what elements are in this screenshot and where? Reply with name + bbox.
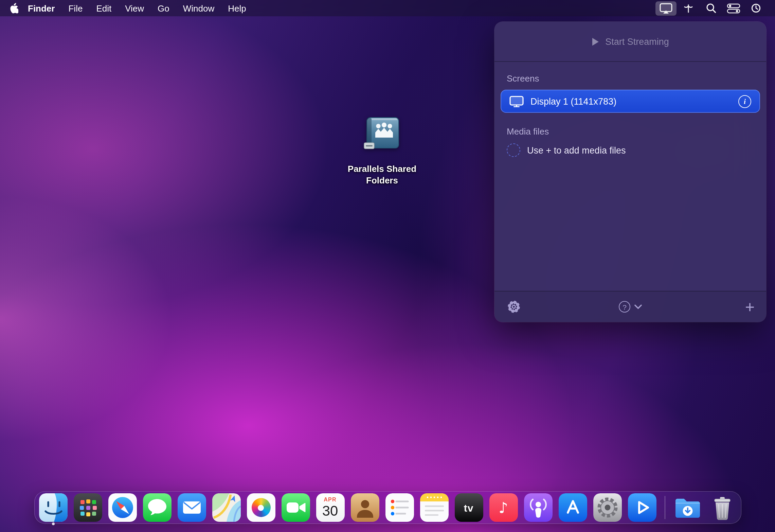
reminders-icon [385,493,414,522]
streaming-app-icon [628,493,656,522]
display-list-item[interactable]: Display 1 (1141x783) i [501,90,760,113]
shared-folders-icon [362,116,402,155]
trash-icon [708,493,736,522]
settings-button[interactable] [507,300,521,314]
dock-item-downloads[interactable] [673,493,702,522]
mail-icon [177,493,206,522]
podcasts-icon [524,493,552,522]
help-icon: ? [619,301,630,313]
app-store-icon [558,493,587,522]
dock-item-trash[interactable] [708,493,736,522]
play-icon [592,37,599,46]
dock-item-calendar[interactable]: APR 30 [316,493,344,522]
chevron-down-icon [634,304,642,309]
tv-label: tv [464,502,474,513]
apple-menu[interactable] [0,3,24,14]
safari-icon [108,493,137,522]
calendar-icon: APR 30 [316,493,344,522]
finder-icon [39,493,67,522]
dock-item-maps[interactable] [212,493,240,522]
streaming-popover: Start Streaming Screens Display 1 (1141x… [494,22,766,322]
messages-icon [143,493,171,522]
apple-tv-icon: tv [454,493,483,522]
menu-finder[interactable]: Finder [24,3,61,13]
calendar-day: 30 [322,502,338,518]
media-hint-row: Use + to add media files [507,143,760,157]
dock-item-finder[interactable] [39,493,67,522]
dock-item-safari[interactable] [108,493,137,522]
photos-icon [247,493,275,522]
popover-body: Screens Display 1 (1141x783) i Media fil… [494,62,766,291]
add-media-button[interactable]: + [745,299,755,315]
music-icon: ♪ [489,493,518,522]
menu-view[interactable]: View [118,3,151,13]
dock-item-mail[interactable] [177,493,206,522]
dock-item-system-preferences[interactable] [593,493,621,522]
dock: APR 30 [34,491,741,524]
control-center-icon[interactable] [722,1,744,16]
screens-section-label: Screens [507,73,760,84]
menu-edit[interactable]: Edit [89,3,118,13]
start-streaming-label: Start Streaming [605,36,669,47]
screen-mirroring-icon[interactable] [655,1,677,15]
info-button[interactable]: i [738,95,751,108]
spotlight-icon[interactable] [700,1,722,16]
dock-item-podcasts[interactable] [524,493,552,522]
clock-icon[interactable] [744,1,767,16]
dock-item-reminders[interactable] [385,493,414,522]
menu-bar-status-area [655,1,775,16]
dock-item-photos[interactable] [247,493,275,522]
music-note-glyph: ♪ [499,499,508,516]
desktop-item-parallels-shared-folders[interactable]: Parallels Shared Folders [344,116,420,186]
contacts-icon [350,493,379,522]
help-button[interactable]: ? [619,301,642,313]
gear-icon [507,300,521,314]
popover-footer: ? + [494,291,766,322]
launchpad-icon [73,493,102,522]
display-label: Display 1 (1141x783) [530,96,732,106]
photos-pinwheel [251,498,270,517]
dock-item-messages[interactable] [143,493,171,522]
media-hint-text: Use + to add media files [527,145,626,155]
menu-file[interactable]: File [61,3,89,13]
menu-window[interactable]: Window [176,3,221,13]
facetime-icon [281,493,310,522]
desktop-icon-label: Parallels Shared Folders [344,164,420,186]
running-indicator [52,522,54,525]
menu-help[interactable]: Help [221,3,253,13]
system-preferences-icon [593,493,621,522]
menubar-extra-icon[interactable] [677,1,700,16]
apple-logo-icon [10,3,18,14]
screen: Finder File Edit View Go Window Help [0,0,775,532]
dock-item-tv[interactable]: tv [454,493,483,522]
media-files-section-label: Media files [507,126,760,137]
dock-divider [664,496,665,519]
dock-item-streaming-app[interactable] [628,493,656,522]
notes-icon [420,493,448,522]
dock-item-facetime[interactable] [281,493,310,522]
dock-item-music[interactable]: ♪ [489,493,518,522]
dock-item-contacts[interactable] [350,493,379,522]
downloads-folder-icon [673,493,702,522]
menu-bar: Finder File Edit View Go Window Help [0,0,775,16]
empty-media-circle-icon [507,143,520,157]
dock-item-launchpad[interactable] [73,493,102,522]
start-streaming-button[interactable]: Start Streaming [592,36,669,47]
maps-icon [212,493,240,522]
calendar-month: APR [324,496,336,502]
menu-go[interactable]: Go [151,3,176,13]
dock-item-notes[interactable] [420,493,448,522]
display-icon [509,95,524,107]
dock-item-app-store[interactable] [558,493,587,522]
popover-header: Start Streaming [494,22,766,62]
